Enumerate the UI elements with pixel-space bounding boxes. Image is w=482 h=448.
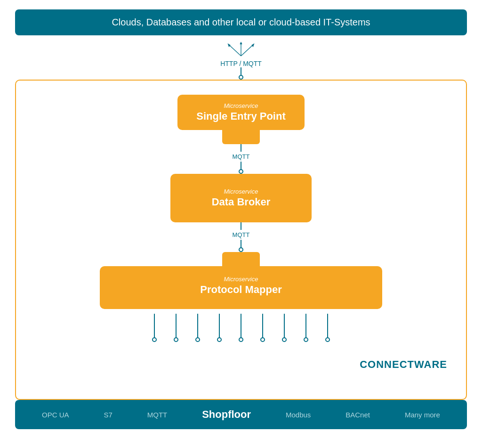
vline-4 xyxy=(241,222,241,230)
proto-many-more: Many more xyxy=(400,409,445,421)
svg-line-2 xyxy=(229,45,241,56)
db-title: Data Broker xyxy=(189,196,293,208)
svg-line-4 xyxy=(241,45,253,56)
main-box: Microservice Single Entry Point MQTT Mic… xyxy=(15,80,467,400)
protocol-mapper-block: Microservice Protocol Mapper xyxy=(100,266,382,309)
sep-tab-bottom xyxy=(222,130,260,144)
pin-9 xyxy=(325,314,330,342)
mqtt-connector-1: MQTT xyxy=(233,144,250,174)
sep-microservice-label: Microservice xyxy=(192,102,290,109)
proto-mqtt: MQTT xyxy=(143,409,172,421)
pins-area xyxy=(152,314,330,342)
pin-7 xyxy=(282,314,287,342)
svg-marker-1 xyxy=(240,42,242,44)
mqtt-connector-2: MQTT xyxy=(233,222,250,252)
single-entry-point-block: Microservice Single Entry Point xyxy=(177,95,305,130)
pm-title: Protocol Mapper xyxy=(119,284,363,296)
pin-2 xyxy=(174,314,178,342)
protocol-mapper-container: Microservice Protocol Mapper xyxy=(25,252,457,309)
protocol-bar: OPC UA S7 MQTT Shopfloor Modbus BACnet M… xyxy=(15,400,467,429)
proto-bacnet: BACnet xyxy=(341,409,375,421)
http-mqtt-connector: HTTP / MQTT xyxy=(220,35,262,80)
mqtt-label-2: MQTT xyxy=(233,231,250,238)
mqtt-label-1: MQTT xyxy=(233,153,250,160)
pin-8 xyxy=(304,314,308,342)
pm-microservice-label: Microservice xyxy=(119,276,363,283)
db-microservice-label: Microservice xyxy=(189,188,293,195)
svg-marker-5 xyxy=(251,43,254,47)
connector-dot-3 xyxy=(239,247,243,252)
vline-5 xyxy=(241,240,241,247)
data-broker-block: Microservice Data Broker xyxy=(170,174,312,222)
pin-4 xyxy=(217,314,222,342)
http-mqtt-label: HTTP / MQTT xyxy=(220,60,262,67)
pin-3 xyxy=(195,314,200,342)
sep-title: Single Entry Point xyxy=(192,110,290,122)
pm-tab-top xyxy=(222,252,260,266)
pin-6 xyxy=(260,314,265,342)
cloud-bar: Clouds, Databases and other local or clo… xyxy=(15,9,467,35)
arrow-fan-icon xyxy=(222,40,260,59)
connector-line-1 xyxy=(241,67,241,75)
pin-5 xyxy=(239,314,243,342)
proto-opc-ua: OPC UA xyxy=(37,409,74,421)
proto-shopfloor: Shopfloor xyxy=(197,407,256,423)
proto-s7: S7 xyxy=(99,409,117,421)
diagram-wrapper: Clouds, Databases and other local or clo… xyxy=(0,0,482,448)
cloud-bar-text: Clouds, Databases and other local or clo… xyxy=(112,17,370,27)
connector-dot-1 xyxy=(239,75,243,80)
connector-dot-2 xyxy=(239,169,243,174)
vline-2 xyxy=(241,144,241,152)
pin-1 xyxy=(152,314,157,342)
connectware-label: CONNECTWARE xyxy=(360,358,447,371)
vline-3 xyxy=(241,162,241,169)
proto-modbus: Modbus xyxy=(281,409,315,421)
svg-marker-3 xyxy=(228,43,231,47)
single-entry-point-container: Microservice Single Entry Point xyxy=(177,95,305,144)
